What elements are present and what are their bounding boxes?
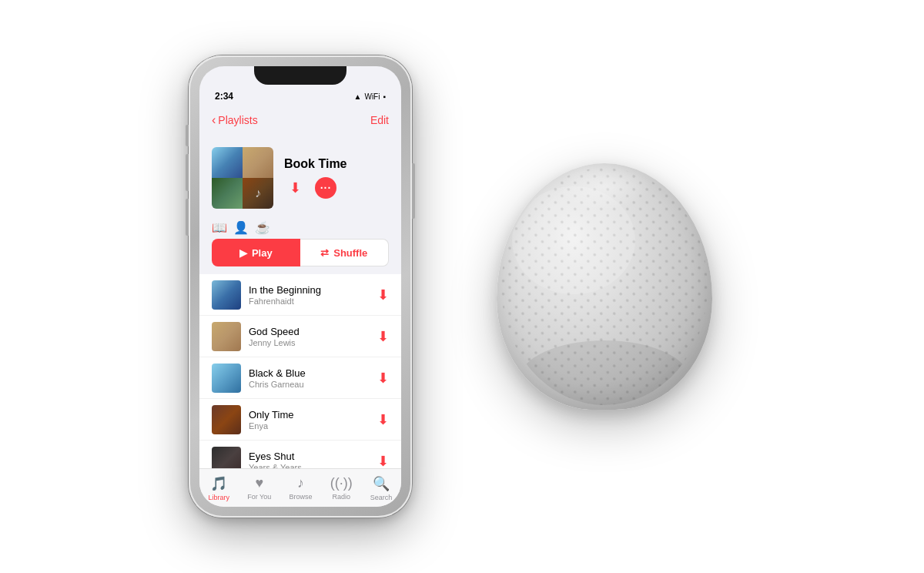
iphone-device: 2:34 ▲ WiFi ▪ ‹ Playlists Edit bbox=[189, 55, 412, 518]
playlist-actions: ⬇ ··· bbox=[284, 177, 389, 199]
song-item[interactable]: Only Time Enya ⬇ bbox=[199, 399, 401, 441]
song-thumb-3 bbox=[212, 364, 241, 393]
tab-library[interactable]: 🎵 Library bbox=[209, 475, 230, 501]
library-label: Library bbox=[209, 494, 230, 501]
playlist-info: Book Time ⬇ ··· bbox=[284, 157, 389, 199]
song-info-5: Eyes Shut Years & Years bbox=[249, 451, 371, 469]
status-time: 2:34 bbox=[215, 91, 233, 102]
scene: 2:34 ▲ WiFi ▪ ‹ Playlists Edit bbox=[0, 0, 924, 573]
shuffle-button[interactable]: ⇄ Shuffle bbox=[300, 239, 390, 266]
homepod-speaker bbox=[474, 132, 735, 441]
shuffle-icon: ⇄ bbox=[320, 247, 329, 259]
notch bbox=[254, 66, 346, 85]
source-icon-3: ☕ bbox=[255, 220, 270, 235]
play-button[interactable]: ▶ Play bbox=[212, 239, 300, 266]
album-art-1 bbox=[212, 147, 243, 178]
back-arrow-icon: ‹ bbox=[212, 113, 216, 127]
source-icons: 📖 👤 ☕ bbox=[212, 220, 270, 235]
library-icon: 🎵 bbox=[210, 475, 227, 492]
album-collage bbox=[212, 147, 273, 209]
status-bar: 2:34 ▲ WiFi ▪ bbox=[199, 88, 401, 105]
play-icon: ▶ bbox=[239, 247, 247, 259]
song-name-2: God Speed bbox=[249, 326, 371, 337]
song-name-1: In the Beginning bbox=[249, 284, 371, 296]
song-item[interactable]: God Speed Jenny Lewis ⬇ bbox=[199, 316, 401, 357]
shuffle-label: Shuffle bbox=[333, 247, 367, 259]
tab-bar: 🎵 Library ♥ For You ♪ Browse ((·)) Radio bbox=[199, 468, 401, 507]
song-info-3: Black & Blue Chris Garneau bbox=[249, 367, 371, 389]
more-options-button[interactable]: ··· bbox=[315, 177, 336, 199]
album-art-3 bbox=[212, 178, 243, 209]
album-art-2 bbox=[243, 147, 273, 178]
source-icon-2: 👤 bbox=[233, 220, 249, 235]
volume-up-button[interactable] bbox=[186, 154, 189, 191]
tab-browse[interactable]: ♪ Browse bbox=[289, 475, 312, 501]
back-button[interactable]: ‹ Playlists bbox=[212, 113, 258, 127]
download-icon-1[interactable]: ⬇ bbox=[377, 286, 389, 303]
mute-button[interactable] bbox=[186, 125, 189, 146]
for-you-icon: ♥ bbox=[255, 475, 263, 491]
song-thumb-2 bbox=[212, 322, 241, 351]
play-label: Play bbox=[252, 247, 273, 259]
back-label: Playlists bbox=[218, 114, 257, 126]
song-item[interactable]: Eyes Shut Years & Years ⬇ bbox=[199, 441, 401, 468]
download-playlist-button[interactable]: ⬇ bbox=[284, 177, 306, 199]
song-artist-4: Enya bbox=[249, 421, 371, 431]
status-icons: ▲ WiFi ▪ bbox=[354, 92, 386, 101]
source-icon-1: 📖 bbox=[212, 220, 227, 235]
search-label: Search bbox=[370, 494, 393, 501]
signal-icon: ▲ bbox=[354, 92, 362, 101]
playback-controls: ▶ Play ⇄ Shuffle bbox=[199, 239, 401, 266]
browse-label: Browse bbox=[289, 493, 312, 501]
download-icon-5[interactable]: ⬇ bbox=[377, 453, 389, 469]
browse-icon: ♪ bbox=[297, 475, 304, 491]
album-art-4 bbox=[243, 178, 273, 209]
song-list: In the Beginning Fahrenhaidt ⬇ God Speed… bbox=[199, 274, 401, 468]
homepod-body-container bbox=[497, 163, 712, 410]
download-icon-2[interactable]: ⬇ bbox=[377, 328, 389, 345]
song-artist-3: Chris Garneau bbox=[249, 380, 371, 389]
tab-search[interactable]: 🔍 Search bbox=[370, 475, 393, 501]
download-icon-4[interactable]: ⬇ bbox=[377, 411, 389, 428]
song-info-2: God Speed Jenny Lewis bbox=[249, 326, 371, 347]
tab-for-you[interactable]: ♥ For You bbox=[247, 475, 271, 501]
edit-button[interactable]: Edit bbox=[370, 114, 389, 126]
iphone-screen: 2:34 ▲ WiFi ▪ ‹ Playlists Edit bbox=[199, 66, 401, 507]
tab-radio[interactable]: ((·)) Radio bbox=[330, 475, 353, 501]
playlist-title: Book Time bbox=[284, 157, 389, 171]
song-name-4: Only Time bbox=[249, 409, 371, 421]
song-artist-1: Fahrenhaidt bbox=[249, 297, 371, 306]
power-button[interactable] bbox=[412, 163, 415, 219]
homepod-body bbox=[497, 163, 712, 410]
radio-icon: ((·)) bbox=[330, 475, 353, 491]
search-icon: 🔍 bbox=[373, 475, 390, 492]
song-name-3: Black & Blue bbox=[249, 367, 371, 379]
homepod-top-highlight bbox=[558, 163, 651, 209]
iphone-frame: 2:34 ▲ WiFi ▪ ‹ Playlists Edit bbox=[189, 55, 412, 518]
song-info-4: Only Time Enya bbox=[249, 409, 371, 431]
radio-label: Radio bbox=[332, 493, 350, 501]
song-name-5: Eyes Shut bbox=[249, 451, 371, 462]
song-thumb-1 bbox=[212, 280, 241, 310]
volume-down-button[interactable] bbox=[186, 199, 189, 236]
song-artist-2: Jenny Lewis bbox=[249, 338, 371, 347]
song-info-1: In the Beginning Fahrenhaidt bbox=[249, 284, 371, 306]
wifi-icon: WiFi bbox=[364, 92, 380, 101]
download-icon-3[interactable]: ⬇ bbox=[377, 370, 389, 387]
song-thumb-4 bbox=[212, 405, 241, 434]
song-thumb-5 bbox=[212, 447, 241, 469]
song-item[interactable]: In the Beginning Fahrenhaidt ⬇ bbox=[199, 274, 401, 316]
song-item[interactable]: Black & Blue Chris Garneau ⬇ bbox=[199, 357, 401, 399]
for-you-label: For You bbox=[247, 493, 271, 501]
playlist-header: Book Time ⬇ ··· bbox=[199, 136, 401, 220]
nav-bar: ‹ Playlists Edit bbox=[199, 105, 401, 136]
song-artist-5: Years & Years bbox=[249, 463, 371, 469]
battery-icon: ▪ bbox=[383, 92, 386, 101]
